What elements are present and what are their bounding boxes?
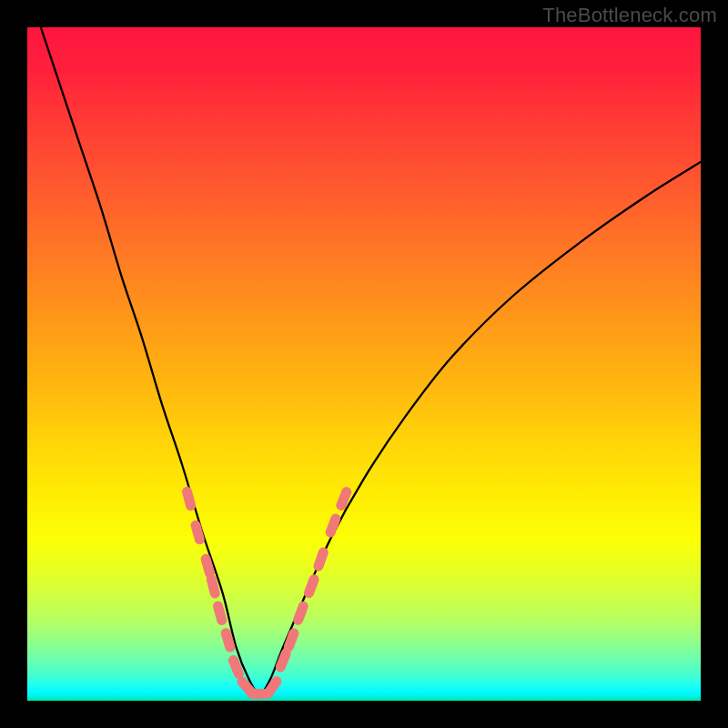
curve-marker xyxy=(211,579,215,593)
curve-marker xyxy=(218,606,222,620)
curve-marker xyxy=(196,525,199,539)
bottleneck-curve-svg xyxy=(27,27,701,701)
curve-marker xyxy=(187,491,191,505)
curve-marker xyxy=(298,606,304,620)
bottleneck-curve xyxy=(41,27,701,694)
chart-frame: TheBottleneck.com xyxy=(0,0,728,728)
curve-marker xyxy=(226,633,230,647)
curve-marker xyxy=(268,682,277,693)
curve-marker xyxy=(330,519,336,532)
watermark-text: TheBottleneck.com xyxy=(542,4,717,27)
curve-marker xyxy=(308,580,314,593)
curve-marker xyxy=(233,661,238,674)
plot-area xyxy=(27,27,701,701)
curve-marker xyxy=(280,653,286,667)
curve-marker xyxy=(341,492,347,506)
curve-marker xyxy=(318,552,323,566)
curve-markers xyxy=(187,491,347,693)
curve-marker xyxy=(288,633,294,647)
curve-marker xyxy=(206,559,209,572)
